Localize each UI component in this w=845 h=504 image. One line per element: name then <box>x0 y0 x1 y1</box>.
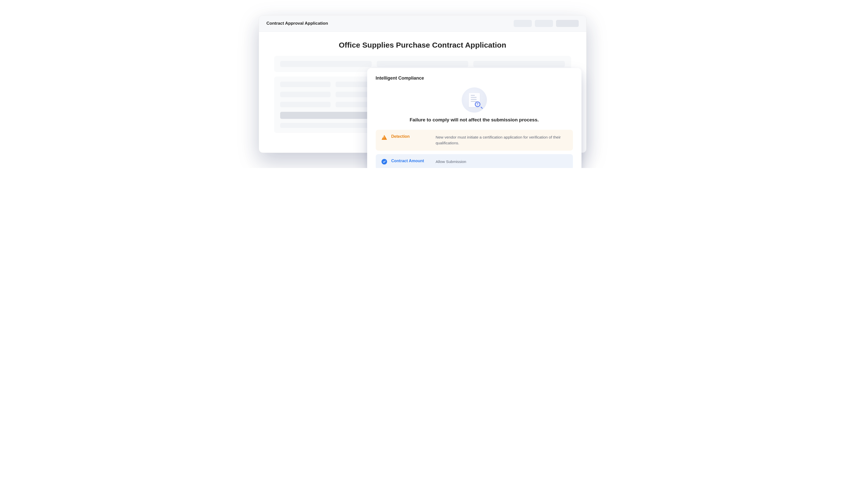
titlebar-button-placeholder[interactable] <box>535 20 553 27</box>
app-title: Contract Approval Application <box>266 21 328 26</box>
titlebar: Contract Approval Application <box>259 15 586 32</box>
titlebar-actions <box>514 20 579 27</box>
magnifier-question-icon: ? <box>475 102 482 109</box>
compliance-panel: Intelligent Compliance ? Failure to comp… <box>367 68 582 168</box>
compliance-result-text: New vendor must initiate a certification… <box>436 134 567 146</box>
field-label-placeholder <box>280 102 331 107</box>
compliance-result-contract-amount: Contract Amount Allow Submission <box>376 154 573 168</box>
compliance-message: Failure to comply will not affect the su… <box>376 117 573 123</box>
compliance-result-text: Allow Submission <box>436 159 567 164</box>
titlebar-button-placeholder[interactable] <box>556 20 579 27</box>
check-circle-icon <box>381 159 387 165</box>
page-title: Office Supplies Purchase Contract Applic… <box>274 41 571 49</box>
compliance-title: Intelligent Compliance <box>376 75 573 81</box>
compliance-illustration: ? <box>376 87 573 113</box>
field-placeholder <box>377 61 468 67</box>
titlebar-button-placeholder[interactable] <box>514 20 532 27</box>
document-icon: ? <box>468 93 480 107</box>
warning-triangle-icon <box>381 134 387 140</box>
compliance-result-label: Contract Amount <box>391 159 432 163</box>
field-placeholder <box>280 61 372 67</box>
field-label-placeholder <box>280 82 331 87</box>
field-placeholder <box>473 61 565 67</box>
field-label-placeholder <box>280 92 331 97</box>
compliance-result-detection: Detection New vendor must initiate a cer… <box>376 130 573 150</box>
compliance-result-label: Detection <box>391 134 432 139</box>
